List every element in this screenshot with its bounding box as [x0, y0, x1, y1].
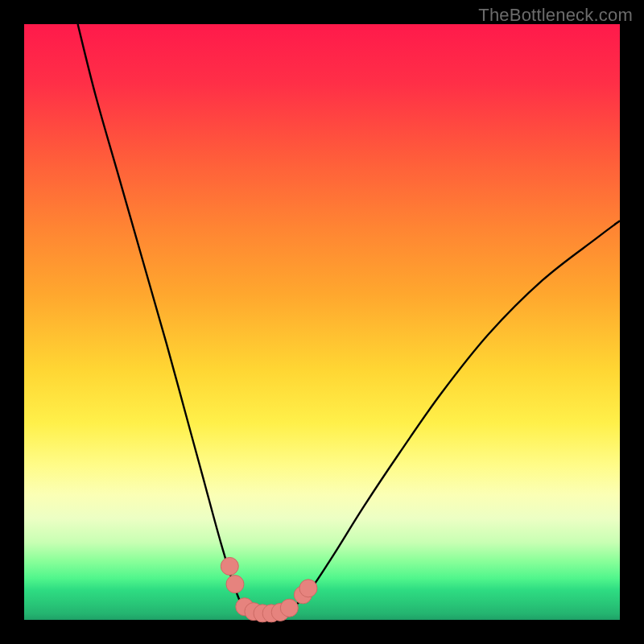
marker-dot: [280, 599, 298, 617]
watermark-text: TheBottleneck.com: [478, 5, 633, 26]
marker-dot: [299, 580, 317, 597]
valley-markers: [221, 557, 317, 621]
marker-dot: [221, 557, 238, 575]
curve-layer: [24, 24, 620, 620]
bottleneck-curve: [78, 24, 620, 614]
marker-dot: [226, 576, 244, 593]
plot-area: [24, 24, 620, 620]
chart-frame: TheBottleneck.com: [0, 0, 644, 644]
